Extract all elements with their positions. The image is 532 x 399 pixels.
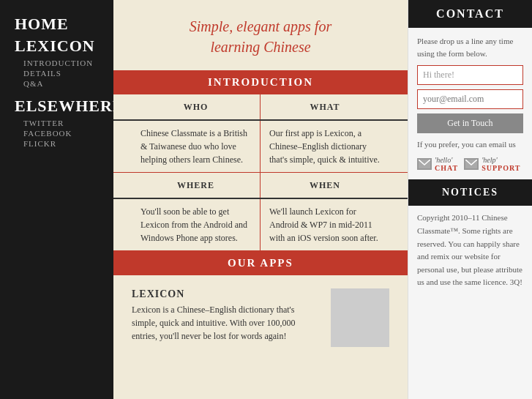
our-apps-section: LEXICON Lexicon is a Chinese–English dic… [113,275,408,358]
chat-link[interactable]: 'hello' CHAT [417,156,458,172]
left-sidebar: HOME LEXICON INTRODUCTION DETAILS Q&A EL… [0,0,113,399]
app-name: LEXICON [132,288,320,300]
sidebar-item-details[interactable]: DETAILS [15,69,102,78]
app-description: Lexicon is a Chinese–English dictionary … [132,303,320,343]
introduction-banner: INTRODUCTION [113,70,408,94]
chat-icon [417,158,432,170]
contact-email-input[interactable] [417,89,523,109]
who-content: Chinese Classmate is a British & Taiwane… [132,121,261,172]
app-text: LEXICON Lexicon is a Chinese–English dic… [132,288,320,347]
sidebar-item-elsewhere[interactable]: ELSEWHERE [15,97,102,116]
sidebar-item-lexicon[interactable]: LEXICON [15,37,102,56]
what-content: Our first app is Lexicon, a Chinese–Engl… [261,121,389,172]
chat-label-top: 'hello' [435,156,458,164]
where-header: WHERE [132,173,261,198]
get-in-touch-button[interactable]: Get in Touch [417,113,523,133]
who-header: WHO [132,94,261,119]
our-apps-banner: OUR APPS [113,251,408,275]
sidebar-item-qa[interactable]: Q&A [15,79,102,88]
support-link[interactable]: 'help' SUPPORT [464,156,520,172]
what-header: WHAT [261,94,389,119]
contact-description: Please drop us a line any time using the… [417,35,523,59]
chat-label-bottom: CHAT [435,164,458,172]
contact-title: CONTACT [408,0,532,28]
sidebar-item-facebook[interactable]: FACEBOOK [15,129,102,138]
main-content: Simple, elegant apps forlearning Chinese… [113,0,408,399]
support-label-bottom: SUPPORT [482,164,520,172]
app-item-lexicon: LEXICON Lexicon is a Chinese–English dic… [132,288,389,347]
contact-name-input[interactable] [417,65,523,85]
sidebar-item-flickr[interactable]: FLICKR [15,139,102,148]
notices-title: NOTICES [408,179,532,206]
support-label-top: 'help' [482,156,520,164]
right-sidebar: CONTACT Please drop us a line any time u… [408,0,532,399]
sidebar-item-introduction[interactable]: INTRODUCTION [15,59,102,67]
support-labels: 'help' SUPPORT [482,156,520,172]
sidebar-item-home[interactable]: HOME [15,15,102,34]
notices-section: NOTICES Copyright 2010–11 Chinese Classm… [417,179,523,289]
chat-labels: 'hello' CHAT [435,156,458,172]
notices-text: Copyright 2010–11 Chinese Classmate™. So… [417,212,523,289]
hero-text: Simple, elegant apps forlearning Chinese [113,0,408,70]
support-icon [464,158,479,170]
when-content: We'll launch Lexicon for Android & WP7 i… [261,199,389,250]
contact-section: Please drop us a line any time using the… [408,28,532,297]
when-header: WHEN [261,173,389,198]
where-content: You'll soon be able to get Lexicon from … [132,199,261,250]
email-links: 'hello' CHAT 'help' SUPPORT [417,156,523,172]
app-thumbnail [331,288,389,347]
sidebar-item-twitter[interactable]: TWITTER [15,119,102,127]
email-note: If you prefer, you can email us [417,139,523,150]
